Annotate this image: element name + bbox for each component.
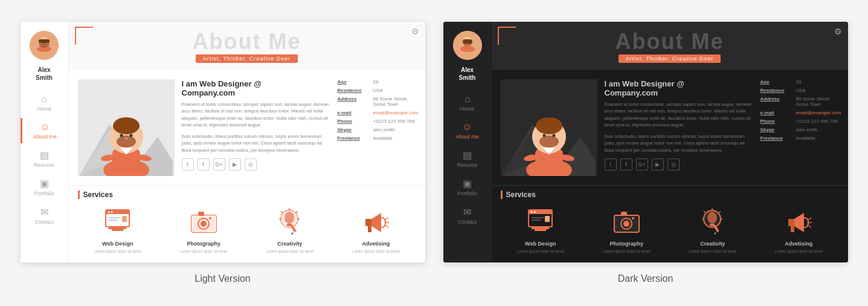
info-age-light: Age 29 [338, 79, 416, 85]
creativity-icon-dark [695, 205, 731, 238]
info-address-light: Address 88 Some Street, Some Town [338, 96, 416, 107]
info-phone-dark: Phone +0123 123 456 789 [760, 119, 839, 124]
bio-text1-dark: Praesent ut tortor consectetur, semper s… [605, 101, 754, 128]
advert-desc-dark: Lorem ipsum dolor sit amet [775, 249, 822, 253]
about-title-light: About Me [193, 29, 301, 54]
service-photo-dark: Photography Lorem ipsum dolor sit amet [603, 205, 650, 253]
info-section-dark: Age 29 Residence USA Address 88 Some Str… [760, 79, 839, 176]
creativity-icon-light [272, 205, 308, 238]
nav-home-light[interactable]: ⌂ Home [21, 90, 68, 116]
avatar-dark [453, 31, 482, 60]
svg-point-25 [108, 211, 110, 213]
photo-desc-dark: Lorem ipsum dolor sit amet [603, 249, 650, 253]
bio-heading-light: I am Web Designer @Company.com [182, 79, 332, 97]
bio-text1-light: Praesent ut tortor consectetur, semper s… [182, 101, 332, 128]
svg-point-66 [539, 135, 559, 148]
social-icons-light: t f G+ ▶ ◎ [182, 158, 332, 171]
services-section-light: Services [69, 185, 425, 262]
creativity-name-dark: Creativity [700, 241, 725, 247]
info-freelance-dark: Freelance Available [760, 135, 839, 141]
service-advert-dark: Advetising Lorem ipsum dolor sit amet [775, 205, 822, 253]
instagram-icon-light[interactable]: ◎ [245, 158, 257, 171]
info-email-light: e-mail email@example.com [338, 110, 416, 116]
nav-about-dark[interactable]: ☺ About me [443, 118, 492, 143]
nav-portfolio-label-light: Portfolio [34, 190, 54, 197]
svg-point-77 [534, 211, 536, 213]
creativity-desc-dark: Lorem ipsum dolor sit amet [689, 249, 736, 253]
gplus-icon-dark[interactable]: G+ [636, 158, 648, 171]
svg-rect-53 [368, 226, 371, 232]
svg-point-35 [209, 217, 211, 220]
home-icon-dark: ⌂ [465, 94, 471, 105]
profile-image-light [78, 79, 175, 176]
svg-point-14 [117, 135, 136, 148]
nav-resume-dark[interactable]: ▤ Resume [443, 146, 492, 172]
nav-resume-label-light: Resume [34, 162, 54, 168]
gear-icon-light[interactable]: ⚙ [411, 27, 419, 36]
facebook-icon-light[interactable]: f [198, 158, 210, 171]
svg-point-6 [40, 43, 48, 48]
info-residence-light: Residence USA [338, 88, 416, 93]
dark-version-label: Dark Version [618, 273, 674, 284]
nav-resume-light[interactable]: ▤ Resume [21, 146, 68, 172]
twitter-icon-light[interactable]: t [182, 158, 194, 171]
avatar-light [30, 31, 59, 60]
light-card: AlexSmith ⌂ Home ☺ About me ▤ Resume [21, 22, 425, 262]
svg-marker-95 [714, 232, 716, 235]
services-grid-light: Web Design Lorem ipsum dolor sit amet [78, 205, 416, 253]
nav-contact-label-light: Contact [34, 219, 53, 225]
svg-rect-5 [39, 39, 50, 43]
facebook-icon-dark[interactable]: f [620, 158, 632, 171]
nav-about-light[interactable]: ☺ About me [21, 118, 68, 143]
about-title-dark: About Me [616, 29, 724, 54]
gplus-icon-light[interactable]: G+ [213, 158, 225, 171]
svg-rect-24 [112, 229, 123, 231]
svg-point-76 [531, 211, 533, 213]
info-age-dark: Age 29 [760, 79, 839, 85]
service-webdesign-light: Web Design Lorem ipsum dolor sit amet [94, 205, 141, 253]
photo-icon-light [185, 205, 222, 238]
svg-line-52 [385, 225, 388, 227]
advert-desc-light: Lorem ipsum dolor sit amet [352, 249, 399, 253]
nav-contact-light[interactable]: ✉ Contact [21, 203, 68, 229]
nav-portfolio-light[interactable]: ▣ Portfolio [21, 174, 68, 200]
svg-rect-27 [109, 217, 121, 218]
svg-rect-97 [788, 219, 794, 226]
svg-rect-39 [287, 224, 292, 226]
webdesign-desc-light: Lorem ipsum dolor sit amet [94, 249, 141, 253]
gear-icon-dark[interactable]: ⚙ [834, 27, 842, 36]
sidebar-dark: AlexSmith ⌂ Home ☺ About me ▤ Resume [443, 22, 492, 262]
instagram-icon-dark[interactable]: ◎ [667, 158, 680, 171]
webdesign-name-light: Web Design [102, 241, 133, 247]
dark-version-block: AlexSmith ⌂ Home ☺ About me ▤ Resume [443, 22, 848, 284]
nav-home-dark[interactable]: ⌂ Home [443, 90, 492, 116]
info-section-light: Age 29 Residence USA Address 88 Some Str… [338, 79, 416, 176]
svg-line-41 [296, 211, 298, 213]
services-section-dark: Services [492, 185, 848, 262]
nav-home-label-light: Home [37, 106, 51, 112]
youtube-icon-dark[interactable]: ▶ [652, 158, 664, 171]
home-icon-light: ⌂ [41, 94, 47, 105]
social-icons-dark: t f G+ ▶ ◎ [605, 158, 754, 171]
advert-icon-dark [780, 205, 817, 238]
advert-name-light: Advetising [362, 241, 390, 247]
youtube-icon-light[interactable]: ▶ [229, 158, 241, 171]
body-section-dark: I am Web Designer @Company.com Praesent … [492, 70, 848, 185]
corner-bracket-dark [498, 27, 516, 45]
svg-point-16 [130, 134, 133, 137]
sidebar-light: AlexSmith ⌂ Home ☺ About me ▤ Resume [21, 22, 69, 262]
info-freelance-light: Freelance Available [338, 135, 416, 141]
about-header-light: About Me Artist, Thinker, Creative Doer … [69, 22, 425, 70]
twitter-icon-dark[interactable]: t [605, 158, 617, 171]
advert-name-dark: Advetising [785, 241, 812, 247]
light-version-block: AlexSmith ⌂ Home ☺ About me ▤ Resume [21, 22, 425, 284]
portfolio-icon-dark: ▣ [463, 178, 472, 189]
svg-point-38 [285, 212, 294, 224]
svg-point-15 [120, 134, 123, 137]
bio-text2-light: Duis sollicitudin, libero porttitor rutr… [182, 133, 332, 154]
nav-contact-dark[interactable]: ✉ Contact [443, 203, 492, 229]
sidebar-name-light: AlexSmith [36, 66, 53, 82]
svg-line-42 [281, 211, 283, 213]
profile-image-dark [501, 79, 597, 176]
nav-portfolio-dark[interactable]: ▣ Portfolio [443, 174, 492, 200]
